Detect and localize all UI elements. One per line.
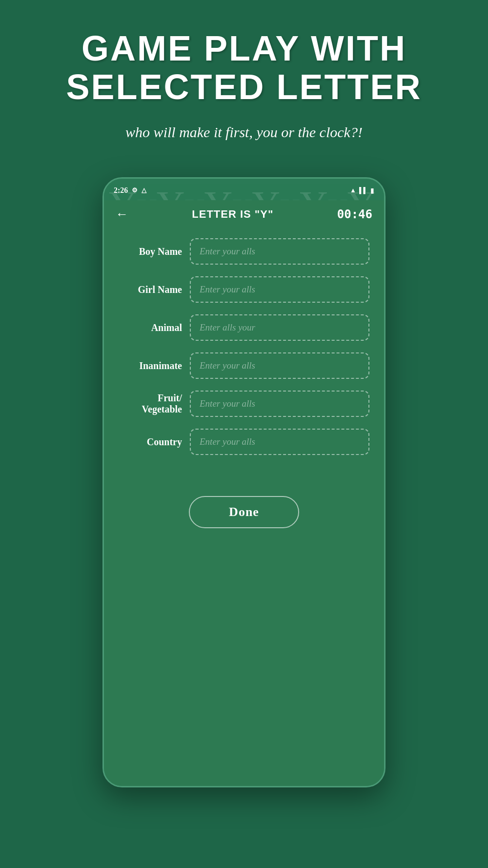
label-country: Country — [119, 436, 182, 448]
back-button[interactable] — [116, 207, 128, 222]
form-row-girl-name: Girl Name — [119, 276, 369, 303]
gear-icon — [132, 186, 138, 194]
label-girl-name: Girl Name — [119, 284, 182, 295]
app-header-title: LETTER IS "Y" — [192, 208, 273, 221]
phone-mockup: YyYyYyYyYyYyYyYyYyYyYyYyYyYyYyYyYyYyYyYy… — [102, 177, 386, 787]
label-boy-name: Boy Name — [119, 246, 182, 257]
form-row-country: Country — [119, 429, 369, 455]
form-row-boy-name: Boy Name — [119, 238, 369, 265]
label-animal: Animal — [119, 322, 182, 333]
input-fruit-veg[interactable] — [190, 391, 369, 417]
form-row-inanimate: Inanimate — [119, 352, 369, 379]
subtitle: who will make it first, you or the clock… — [29, 121, 459, 143]
page-header: GAME PLAY WITH SELECTED LETTER who will … — [0, 0, 488, 153]
done-section: Done — [104, 481, 384, 548]
form-row-fruit-veg: Fruit/Vegetable — [119, 391, 369, 417]
status-left: 2:26 — [114, 186, 146, 195]
main-title: GAME PLAY WITH SELECTED LETTER — [29, 29, 459, 106]
status-bar: 2:26 — [104, 179, 384, 200]
phone-content: LETTER IS "Y" 00:46 Boy Name Girl Name A… — [104, 200, 384, 786]
form-row-animal: Animal — [119, 314, 369, 341]
input-girl-name[interactable] — [190, 276, 369, 303]
signal-icon — [359, 186, 367, 194]
label-inanimate: Inanimate — [119, 360, 182, 372]
back-arrow-icon — [116, 207, 128, 222]
input-boy-name[interactable] — [190, 238, 369, 265]
time-display: 2:26 — [114, 186, 128, 195]
app-header: LETTER IS "Y" 00:46 — [104, 200, 384, 228]
wifi-icon — [350, 186, 356, 194]
status-right — [350, 186, 374, 195]
input-animal[interactable] — [190, 314, 369, 341]
input-inanimate[interactable] — [190, 352, 369, 379]
input-country[interactable] — [190, 429, 369, 455]
done-button[interactable]: Done — [189, 496, 299, 528]
warning-icon — [142, 186, 146, 194]
battery-icon — [370, 186, 374, 195]
game-form: Boy Name Girl Name Animal Inanimate Frui… — [104, 228, 384, 481]
timer-display: 00:46 — [337, 207, 372, 221]
label-fruit-veg: Fruit/Vegetable — [119, 393, 182, 415]
